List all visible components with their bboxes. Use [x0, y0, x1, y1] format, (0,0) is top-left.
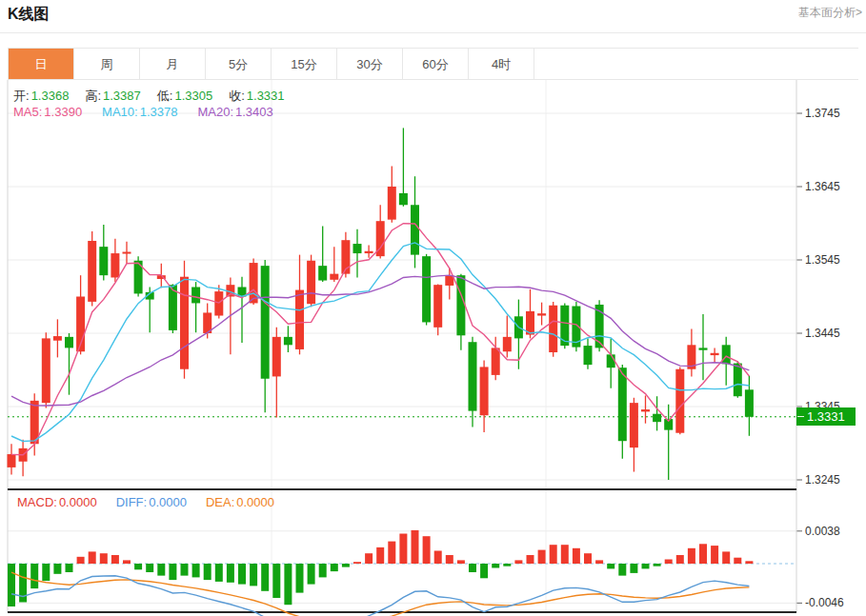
candle[interactable] — [584, 338, 593, 368]
macd-bar — [365, 553, 373, 564]
candle[interactable] — [111, 239, 119, 282]
candle[interactable] — [687, 328, 695, 376]
candle[interactable] — [411, 176, 419, 268]
candle[interactable] — [469, 337, 477, 427]
candle[interactable] — [65, 333, 73, 395]
candle-body — [630, 403, 638, 447]
candle-body — [353, 244, 362, 253]
candle-body — [711, 353, 719, 355]
candle[interactable] — [618, 365, 627, 459]
macd-bar — [607, 564, 614, 568]
candle[interactable] — [8, 444, 16, 474]
macd-bar — [319, 564, 327, 577]
kline-chart-canvas[interactable] — [0, 0, 866, 616]
candle-body — [503, 337, 512, 351]
macd-bar — [412, 530, 419, 564]
candle[interactable] — [653, 396, 661, 430]
candle[interactable] — [433, 284, 442, 335]
candle[interactable] — [699, 314, 708, 380]
macd-bar — [711, 546, 718, 564]
macd-bar — [53, 564, 61, 574]
macd-bar — [134, 564, 142, 569]
candle-body — [399, 193, 408, 205]
candle[interactable] — [341, 232, 350, 278]
candle[interactable] — [284, 326, 292, 352]
candle[interactable] — [422, 254, 431, 326]
candle[interactable] — [722, 337, 731, 386]
candle[interactable] — [399, 128, 408, 206]
candle[interactable] — [514, 300, 523, 369]
macd-bar — [595, 560, 603, 564]
candle[interactable] — [99, 225, 108, 281]
candle-body — [653, 414, 661, 422]
tab-4时[interactable]: 4时 — [469, 49, 534, 79]
candle[interactable] — [19, 440, 28, 477]
candle-body — [318, 266, 327, 280]
fundamental-analysis-link[interactable]: 基本面分析> — [798, 5, 862, 21]
candle[interactable] — [549, 302, 557, 357]
candle[interactable] — [388, 166, 396, 222]
candle-body — [734, 364, 742, 397]
candle-body — [675, 369, 684, 433]
candle[interactable] — [353, 229, 362, 278]
candle[interactable] — [456, 274, 465, 350]
macd-bar — [434, 551, 442, 565]
candle[interactable] — [711, 348, 719, 362]
candle-body — [53, 336, 62, 341]
candle[interactable] — [307, 255, 315, 308]
candles-group[interactable] — [8, 128, 754, 480]
tab-日[interactable]: 日 — [9, 49, 74, 79]
candle-body — [537, 313, 546, 315]
candle[interactable] — [261, 260, 270, 412]
candle-body — [250, 263, 258, 303]
tab-周[interactable]: 周 — [74, 49, 140, 79]
macd-bar — [169, 564, 176, 580]
candle[interactable] — [537, 303, 546, 326]
candle-body — [745, 389, 754, 416]
candle-body — [388, 187, 396, 220]
tab-月[interactable]: 月 — [140, 49, 206, 79]
candle[interactable] — [272, 328, 281, 418]
macd-bar — [457, 560, 465, 564]
macd-bar — [331, 564, 338, 571]
candle[interactable] — [607, 338, 615, 387]
candle[interactable] — [664, 405, 673, 480]
candle[interactable] — [480, 360, 489, 431]
macd-bar — [100, 553, 108, 564]
tab-60分[interactable]: 60分 — [403, 49, 469, 79]
candle[interactable] — [318, 227, 327, 283]
candle[interactable] — [42, 332, 50, 407]
tab-5分[interactable]: 5分 — [206, 49, 272, 79]
macd-bar — [146, 564, 153, 572]
macd-bar — [123, 560, 131, 564]
candle[interactable] — [180, 261, 189, 379]
candle[interactable] — [675, 367, 684, 434]
candle-body — [307, 261, 315, 304]
macd-bar — [642, 564, 650, 568]
candle[interactable] — [53, 319, 62, 357]
macd-bar — [446, 555, 453, 564]
candle[interactable] — [641, 395, 650, 423]
candle[interactable] — [630, 398, 638, 472]
tab-15分[interactable]: 15分 — [272, 49, 337, 79]
candle-body — [549, 306, 557, 352]
tab-30分[interactable]: 30分 — [337, 49, 403, 79]
candle-body — [99, 247, 108, 275]
candle[interactable] — [295, 255, 304, 355]
candle-body — [295, 290, 304, 349]
macd-bar — [227, 564, 234, 583]
interval-tabs: 日周月5分15分30分60分4时 — [8, 48, 858, 80]
candle[interactable] — [503, 316, 512, 358]
candle[interactable] — [88, 231, 96, 307]
candle-body — [365, 251, 373, 253]
candle[interactable] — [445, 268, 453, 299]
macd-bar — [89, 551, 96, 564]
candle[interactable] — [330, 247, 338, 282]
candle-body — [180, 277, 189, 369]
macd-bar — [480, 564, 488, 578]
candle[interactable] — [191, 282, 200, 332]
candle[interactable] — [595, 300, 604, 351]
macd-bar — [722, 551, 730, 564]
macd-bar — [676, 555, 684, 564]
candle-body — [123, 252, 131, 254]
